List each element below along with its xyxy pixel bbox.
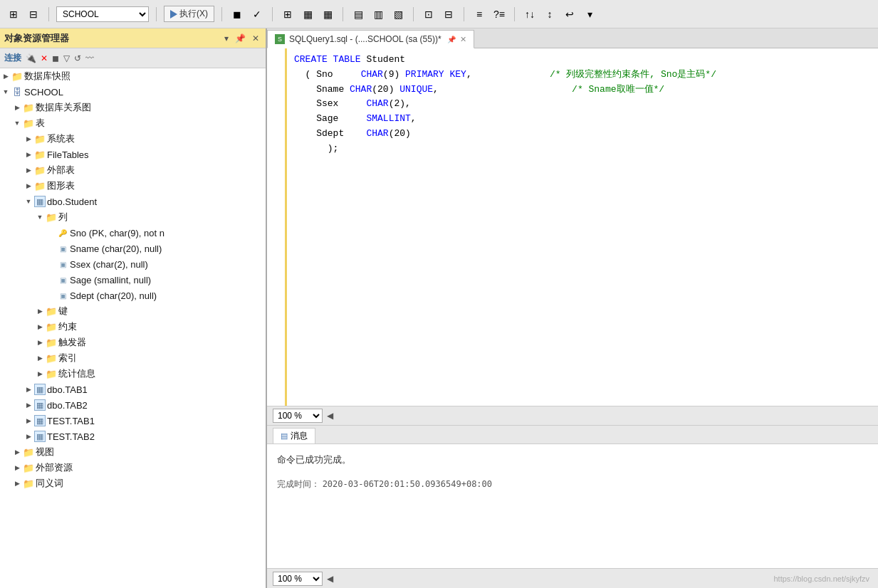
tree-item-sage[interactable]: ▣Sage (smallint, null): [0, 272, 266, 288]
toolbar-dropdown-icon[interactable]: ▾: [582, 6, 597, 22]
tree-item-school[interactable]: ▼🗄SCHOOL: [0, 84, 266, 100]
tree-item-stats[interactable]: ▶📁统计信息: [0, 366, 266, 382]
tab-pin-icon[interactable]: 📌: [447, 36, 456, 43]
panel-tb-wave-icon[interactable]: 〰: [85, 53, 94, 63]
panel-pin-btn[interactable]: 📌: [233, 33, 248, 44]
panel-dropdown-btn[interactable]: ▾: [222, 33, 231, 44]
tree-item-sdept[interactable]: ▣Sdept (char(20), null): [0, 288, 266, 303]
tree-item-dbo_tab2[interactable]: ▶▦dbo.TAB2: [0, 397, 266, 413]
tree-expand-icon[interactable]: ▶: [34, 337, 46, 348]
toolbar-grid3-icon[interactable]: ▦: [320, 6, 335, 22]
tree-item-systables[interactable]: ▶📁系统表: [0, 131, 266, 147]
tree-expand-icon[interactable]: ▶: [11, 446, 23, 458]
panel-tb-icon2[interactable]: ✕: [41, 53, 48, 63]
toolbar-layout-icon[interactable]: ▤: [350, 6, 366, 22]
execute-button[interactable]: 执行(X): [164, 6, 214, 22]
tree-expand-icon[interactable]: ▼: [34, 211, 46, 223]
messages-tab[interactable]: ▤ 消息: [273, 428, 315, 443]
tree-item-tables[interactable]: ▼📁表: [0, 115, 266, 131]
tree-item-dbo_tab1[interactable]: ▶▦dbo.TAB1: [0, 382, 266, 397]
tree-expand-icon[interactable]: ▶: [23, 415, 34, 426]
tree-expand-icon[interactable]: ▶: [23, 133, 34, 145]
tree-expand-icon[interactable]: ▶: [23, 431, 34, 442]
tree-expand-icon[interactable]: ▶: [11, 462, 23, 473]
table-icon: ▦: [34, 415, 46, 426]
tree-item-indexes[interactable]: ▶📁索引: [0, 350, 266, 366]
tree-item-graphtables[interactable]: ▶📁图形表: [0, 178, 266, 194]
code-content: CREATE TABLE Student ( Sno CHAR(9) PRIMA…: [267, 48, 878, 406]
panel-tb-icon3[interactable]: ◼: [52, 53, 59, 63]
tree-item-cols[interactable]: ▼📁列: [0, 209, 266, 225]
toolbar-table2-icon[interactable]: ⊟: [441, 6, 456, 22]
toolbar-check-icon[interactable]: ✓: [249, 6, 265, 22]
tree-expand-icon[interactable]: ▶: [34, 321, 46, 332]
panel-tb-refresh-icon[interactable]: ↺: [74, 53, 81, 63]
toolbar-stop-icon[interactable]: ◼: [229, 6, 245, 22]
zoom-arrow-icon[interactable]: ◀: [327, 411, 333, 421]
tree-view[interactable]: ▶📁数据库快照▼🗄SCHOOL▶📁数据库关系图▼📁表▶📁系统表▶📁FileTab…: [0, 68, 266, 588]
tree-expand-icon[interactable]: ▶: [34, 352, 46, 364]
tree-item-triggers[interactable]: ▶📁触发器: [0, 335, 266, 350]
tree-item-test_tab2[interactable]: ▶▦TEST.TAB2: [0, 429, 266, 444]
toolbar-layout3-icon[interactable]: ▧: [390, 6, 406, 22]
tree-item-filetables[interactable]: ▶📁FileTables: [0, 147, 266, 162]
toolbar-icon-1[interactable]: ⊞: [6, 6, 21, 22]
tree-expand-icon[interactable]: ▶: [0, 70, 11, 82]
tree-expand-icon[interactable]: ▶: [23, 149, 34, 160]
toolbar-table-icon[interactable]: ⊡: [421, 6, 437, 22]
tab-close-btn[interactable]: ✕: [460, 35, 466, 44]
tree-item-dbdiagram[interactable]: ▶📁数据库关系图: [0, 100, 266, 115]
toolbar-grid-icon[interactable]: ⊞: [280, 6, 296, 22]
code-editor[interactable]: CREATE TABLE Student ( Sno CHAR(9) PRIMA…: [267, 48, 878, 406]
code-lines[interactable]: CREATE TABLE Student ( Sno CHAR(9) PRIMA…: [287, 48, 878, 406]
panel-tb-icon1[interactable]: 🔌: [26, 53, 36, 63]
toolbar-icon-2[interactable]: ⊟: [26, 6, 41, 22]
tree-expand-icon[interactable]: ▶: [23, 164, 34, 176]
bottom-zoom-selector[interactable]: 100 % 75 % 150 %: [273, 572, 323, 586]
tree-item-synonyms[interactable]: ▶📁同义词: [0, 476, 266, 491]
tree-item-sno[interactable]: 🔑Sno (PK, char(9), not n: [0, 225, 266, 241]
tree-item-externaltables[interactable]: ▶📁外部表: [0, 162, 266, 178]
tree-item-ssex[interactable]: ▣Ssex (char(2), null): [0, 256, 266, 272]
tree-item-dbo_student[interactable]: ▼▦dbo.Student: [0, 194, 266, 209]
toolbar-grid2-icon[interactable]: ▦: [300, 6, 315, 22]
tree-item-external_resources[interactable]: ▶📁外部资源: [0, 460, 266, 476]
code-line-6: Sdept CHAR(20): [294, 127, 871, 142]
tree-item-snapshots[interactable]: ▶📁数据库快照: [0, 68, 266, 84]
tree-expand-icon[interactable]: ▶: [11, 478, 23, 489]
tree-item-keys[interactable]: ▶📁键: [0, 303, 266, 319]
database-selector[interactable]: SCHOOLmasterSCHOOLtempdbmodelmsdb: [56, 6, 149, 22]
bottom-zoom-bar: 100 % 75 % 150 % ◀ https://blog.csdn.net…: [267, 568, 878, 588]
panel-close-btn[interactable]: ✕: [250, 33, 261, 44]
tree-expand-icon[interactable]: ▶: [23, 384, 34, 395]
toolbar-misc5-icon[interactable]: ↩: [562, 6, 578, 22]
folder-icon: 📁: [23, 462, 34, 473]
zoom-selector[interactable]: 100 % 75 % 150 %: [273, 409, 323, 423]
tree-expand-icon[interactable]: ▼: [0, 86, 11, 98]
toolbar-misc4-icon[interactable]: ↕: [542, 6, 558, 22]
tree-expand-icon[interactable]: ▶: [11, 102, 23, 113]
tree-item-test_tab1[interactable]: ▶▦TEST.TAB1: [0, 413, 266, 429]
tree-item-constraints[interactable]: ▶📁约束: [0, 319, 266, 335]
toolbar-misc1-icon[interactable]: ≡: [471, 6, 487, 22]
connect-btn[interactable]: 连接: [4, 52, 21, 64]
tree-item-label: 触发器: [58, 336, 86, 349]
tree-item-sname[interactable]: ▣Sname (char(20), null): [0, 241, 266, 256]
tree-item-views[interactable]: ▶📁视图: [0, 444, 266, 460]
tree-expand-icon[interactable]: ▼: [23, 196, 34, 207]
tree-expand-icon[interactable]: ▶: [23, 399, 34, 411]
folder-icon: 📁: [23, 117, 34, 129]
success-message: 命令已成功完成。: [277, 451, 868, 468]
tree-expand-icon[interactable]: ▼: [11, 117, 23, 129]
bottom-zoom-arrow-icon[interactable]: ◀: [327, 574, 333, 584]
tab-sql-icon: S: [275, 34, 285, 44]
toolbar-misc3-icon[interactable]: ↑↓: [522, 6, 538, 22]
tree-expand-icon[interactable]: ▶: [34, 305, 46, 317]
folder-icon: 📁: [46, 352, 57, 364]
tree-expand-icon[interactable]: ▶: [23, 180, 34, 191]
sql-query-tab[interactable]: S SQLQuery1.sql - (....SCHOOL (sa (55))*…: [267, 30, 474, 48]
toolbar-layout2-icon[interactable]: ▥: [370, 6, 386, 22]
tree-expand-icon[interactable]: ▶: [34, 368, 46, 379]
toolbar-misc2-icon[interactable]: ?≡: [491, 6, 507, 22]
panel-tb-filter-icon[interactable]: ▽: [63, 53, 70, 63]
